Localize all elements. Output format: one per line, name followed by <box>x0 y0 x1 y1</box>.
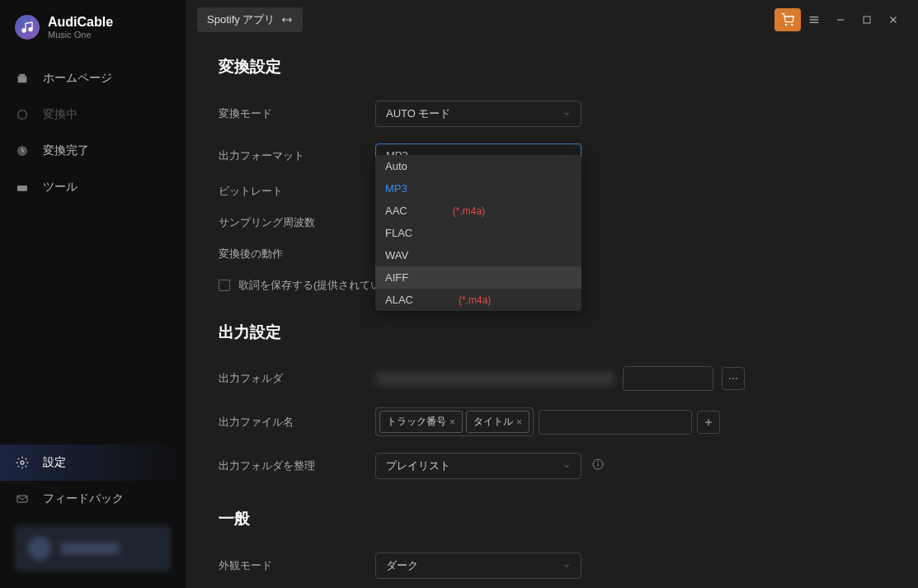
svg-rect-2 <box>18 76 27 82</box>
nav-tools-label: ツール <box>43 180 78 195</box>
label-save-lyrics: 歌詞を保存する(提供されてい <box>238 278 381 293</box>
chevron-down-icon <box>563 562 571 570</box>
svg-point-0 <box>22 29 26 32</box>
row-output-folder: 出力フォルダ <box>219 366 885 391</box>
nav-settings-label: 設定 <box>43 455 66 470</box>
envelope-icon <box>15 492 30 506</box>
username-blurred <box>61 543 119 554</box>
swap-icon <box>281 14 293 26</box>
topbar: Spotify アプリ <box>186 0 918 40</box>
format-option-auto[interactable]: Auto <box>375 155 581 177</box>
svg-rect-3 <box>20 74 26 77</box>
source-label: Spotify アプリ <box>207 12 275 27</box>
gear-icon <box>15 455 30 470</box>
add-tag-button[interactable] <box>697 411 720 434</box>
close-button[interactable] <box>880 8 906 31</box>
label-sample-rate: サンプリング周波数 <box>219 215 375 230</box>
tag-remove-track[interactable]: × <box>450 416 455 428</box>
app-header: AudiCable Music One <box>0 15 186 60</box>
minimize-button[interactable] <box>827 8 854 31</box>
label-bitrate: ビットレート <box>219 184 375 199</box>
user-card[interactable] <box>15 525 171 572</box>
format-option-aac[interactable]: AAC (*.m4a) <box>375 200 581 222</box>
nav-converting-label: 変換中 <box>43 107 78 122</box>
label-convert-mode: 変換モード <box>219 106 375 121</box>
app-logo-icon <box>15 15 40 40</box>
cart-button[interactable] <box>774 8 801 31</box>
section-output-title: 出力設定 <box>219 322 885 343</box>
label-organize: 出力フォルダを整理 <box>219 459 375 473</box>
nav-tools[interactable]: ツール <box>0 169 186 205</box>
svg-point-4 <box>18 111 27 120</box>
label-output-filename: 出力ファイル名 <box>219 415 375 430</box>
format-option-mp3[interactable]: MP3 <box>375 177 581 200</box>
svg-point-19 <box>732 378 734 379</box>
section-general-title: 一般 <box>219 508 885 529</box>
home-icon <box>15 71 30 86</box>
chevron-down-icon <box>563 462 571 470</box>
select-organize[interactable]: プレイリスト <box>375 453 581 479</box>
checkbox-save-lyrics[interactable] <box>219 280 230 291</box>
svg-point-10 <box>792 24 793 25</box>
svg-point-20 <box>736 378 737 379</box>
svg-point-18 <box>729 378 731 379</box>
content: 変換設定 変換モード AUTO モード 出力フォーマット MP3 ビットレート … <box>186 40 918 588</box>
avatar <box>28 537 51 560</box>
menu-button[interactable] <box>801 8 827 31</box>
format-option-flac[interactable]: FLAC <box>375 222 581 244</box>
svg-point-7 <box>21 461 24 464</box>
output-folder-path-blurred <box>375 371 614 386</box>
tools-icon <box>15 180 30 195</box>
svg-rect-6 <box>17 186 27 191</box>
svg-point-9 <box>785 24 786 25</box>
row-convert-mode: 変換モード AUTO モード <box>219 101 885 127</box>
nav-settings[interactable]: 設定 <box>0 445 186 481</box>
filename-input[interactable] <box>539 410 692 435</box>
nav-list: ホームページ 変換中 変換完了 ツール <box>0 60 186 445</box>
svg-point-25 <box>598 461 599 462</box>
format-option-aiff[interactable]: AIFF <box>375 266 581 289</box>
svg-rect-15 <box>864 16 870 23</box>
label-output-format: 出力フォーマット <box>219 148 375 163</box>
nav-feedback-label: フィードバック <box>43 492 124 506</box>
info-icon[interactable] <box>591 458 605 474</box>
nav-feedback[interactable]: フィードバック <box>0 481 186 517</box>
nav-bottom: 設定 フィードバック <box>0 445 186 517</box>
label-after-convert: 変換後の動作 <box>219 247 375 261</box>
format-option-wav[interactable]: WAV <box>375 244 581 266</box>
format-dropdown: Auto MP3 AAC (*.m4a) FLAC WAV AIFF ALAC … <box>375 155 581 311</box>
row-output-filename: 出力ファイル名 トラック番号 × タイトル × <box>219 407 885 436</box>
tag-track-number[interactable]: トラック番号 × <box>379 411 463 433</box>
format-option-alac[interactable]: ALAC (*.m4a) <box>375 289 581 311</box>
source-selector[interactable]: Spotify アプリ <box>197 7 303 32</box>
nav-home[interactable]: ホームページ <box>0 60 186 96</box>
maximize-button[interactable] <box>854 8 880 31</box>
label-appearance: 外観モード <box>219 558 375 573</box>
output-folder-input[interactable] <box>623 366 713 391</box>
select-appearance[interactable]: ダーク <box>375 553 581 579</box>
select-appearance-value: ダーク <box>386 558 418 573</box>
select-convert-mode[interactable]: AUTO モード <box>375 101 581 127</box>
main-area: Spotify アプリ 変換設定 変換モード AUTO モード <box>186 0 918 588</box>
row-appearance: 外観モード ダーク <box>219 553 885 579</box>
app-subtitle: Music One <box>48 30 113 40</box>
svg-point-1 <box>29 28 32 31</box>
tag-title[interactable]: タイトル × <box>466 411 530 433</box>
app-title: AudiCable <box>48 15 113 30</box>
nav-home-label: ホームページ <box>43 71 112 86</box>
nav-converting[interactable]: 変換中 <box>0 96 186 133</box>
format-alac-ext: (*.m4a) <box>459 294 491 306</box>
browse-folder-button[interactable] <box>722 367 745 390</box>
row-organize: 出力フォルダを整理 プレイリスト <box>219 453 885 479</box>
sidebar-user <box>0 517 186 588</box>
nav-converted-label: 変換完了 <box>43 143 89 158</box>
select-convert-mode-value: AUTO モード <box>386 106 451 121</box>
svg-rect-8 <box>17 496 27 502</box>
clock-icon <box>15 143 30 158</box>
select-organize-value: プレイリスト <box>386 459 450 473</box>
chevron-down-icon <box>563 110 571 118</box>
label-output-folder: 出力フォルダ <box>219 371 375 386</box>
tag-remove-title[interactable]: × <box>516 416 522 428</box>
nav-converted[interactable]: 変換完了 <box>0 133 186 169</box>
section-conversion-title: 変換設定 <box>219 56 885 78</box>
